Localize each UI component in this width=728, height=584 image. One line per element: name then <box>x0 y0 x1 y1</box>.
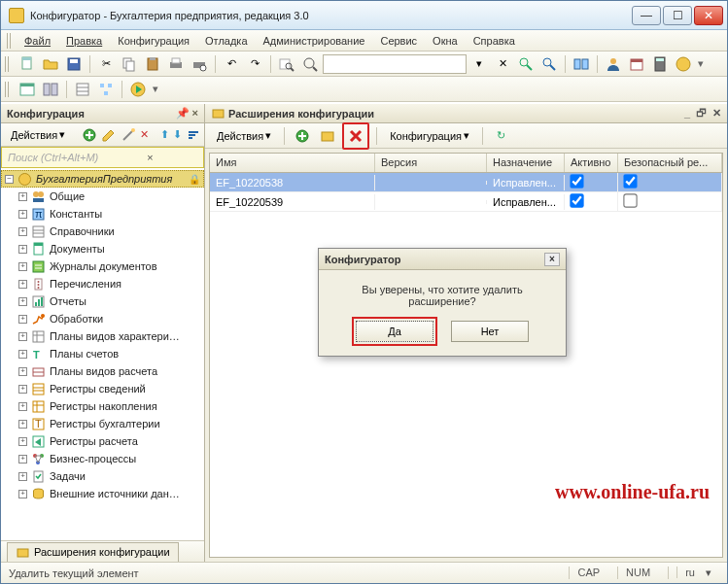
down-icon[interactable]: ⬇ <box>172 124 183 146</box>
tree-item[interactable]: +Общие <box>1 188 204 205</box>
add-icon[interactable] <box>292 125 313 147</box>
col-safe[interactable]: Безопасный ре... <box>618 154 722 172</box>
close-button[interactable]: ✕ <box>694 6 723 25</box>
expand-icon[interactable]: + <box>18 402 27 411</box>
cell-safe[interactable] <box>618 192 722 211</box>
add-icon[interactable] <box>81 124 98 146</box>
delete-icon[interactable]: ✕ <box>139 124 150 146</box>
run-icon[interactable] <box>127 79 149 100</box>
menu-edit[interactable]: Правка <box>58 33 110 49</box>
tree-icon[interactable] <box>95 79 117 100</box>
find-icon[interactable] <box>276 53 297 75</box>
minimize-icon[interactable]: _ <box>684 107 690 120</box>
col-purpose[interactable]: Назначение <box>487 154 565 172</box>
panel-icon[interactable] <box>17 79 38 100</box>
close-icon[interactable]: ✕ <box>712 107 721 120</box>
tree-item[interactable]: +πКонстанты <box>1 205 204 223</box>
col-version[interactable]: Версия <box>375 154 487 172</box>
expand-icon[interactable]: + <box>18 385 27 394</box>
tree-item[interactable]: +Документы <box>1 240 204 258</box>
config-menu[interactable]: Конфигурация ▾ <box>384 127 475 144</box>
menu-file[interactable]: Файл <box>17 33 58 49</box>
tree-item[interactable]: +Планы видов характери… <box>1 327 204 345</box>
expand-icon[interactable]: + <box>18 437 27 446</box>
expand-icon[interactable]: + <box>18 472 27 481</box>
redo-icon[interactable]: ↷ <box>244 53 265 75</box>
sort-icon[interactable] <box>185 124 202 146</box>
expand-icon[interactable]: + <box>18 490 27 498</box>
collapse-icon[interactable]: − <box>5 175 14 184</box>
expand-icon[interactable]: + <box>18 210 27 219</box>
calculator-icon[interactable] <box>649 53 671 75</box>
col-name[interactable]: Имя <box>210 154 375 172</box>
cut-icon[interactable]: ✂ <box>95 53 117 75</box>
expand-icon[interactable]: + <box>18 332 27 341</box>
tree-item[interactable]: +Задачи <box>1 467 204 485</box>
search-input[interactable] <box>323 54 467 74</box>
menu-service[interactable]: Сервис <box>372 33 425 49</box>
tree-root[interactable]: − БухгалтерияПредприятия 🔒 <box>1 170 204 188</box>
dropdown-icon[interactable]: ▾ <box>696 57 706 70</box>
tree-item[interactable]: +Бизнес-процессы <box>1 450 204 467</box>
compare-icon[interactable] <box>571 53 592 75</box>
find-prev-icon[interactable] <box>538 53 560 75</box>
menu-admin[interactable]: Администрирование <box>256 33 373 49</box>
user-icon[interactable] <box>603 53 624 75</box>
layout-icon[interactable] <box>40 79 61 100</box>
menu-configuration[interactable]: Конфигурация <box>110 33 197 49</box>
no-button[interactable]: Нет <box>451 321 529 342</box>
paste-icon[interactable] <box>142 53 163 75</box>
close-icon[interactable]: × <box>544 253 560 266</box>
refresh-icon[interactable]: ↻ <box>490 125 511 147</box>
open-icon[interactable] <box>40 53 61 75</box>
print-preview-icon[interactable] <box>189 53 210 75</box>
cell-active[interactable] <box>565 173 618 191</box>
pin-icon[interactable]: 📌 × <box>176 107 198 120</box>
cell-active[interactable] <box>565 192 618 211</box>
undo-icon[interactable]: ↶ <box>221 53 242 75</box>
copy-icon[interactable] <box>119 53 140 75</box>
tab-extensions[interactable]: Расширения конфигурации <box>7 542 179 562</box>
clear-search-icon[interactable]: ✕ <box>492 53 513 75</box>
tree-item[interactable]: +Обработки <box>1 310 204 327</box>
expand-icon[interactable]: + <box>18 262 27 271</box>
help-icon[interactable] <box>673 53 694 75</box>
dropdown-icon[interactable]: ▾ <box>151 83 160 95</box>
expand-icon[interactable]: + <box>18 350 27 359</box>
print-icon[interactable] <box>165 53 187 75</box>
expand-icon[interactable]: + <box>18 280 27 289</box>
col-active[interactable]: Активно <box>565 154 618 172</box>
tree-item[interactable]: +Справочники <box>1 223 204 240</box>
actions-menu[interactable]: Действия ▾ <box>211 127 277 144</box>
expand-icon[interactable]: + <box>18 315 27 324</box>
tree-search-input[interactable]: Поиск (Ctrl+Alt+M) × <box>1 147 204 168</box>
clear-icon[interactable]: × <box>103 150 198 165</box>
expand-icon[interactable]: + <box>18 420 27 429</box>
expand-icon[interactable]: + <box>18 245 27 254</box>
expand-icon[interactable]: + <box>18 192 27 201</box>
tree-item[interactable]: +Отчеты <box>1 292 204 310</box>
tree-item[interactable]: +ТПланы счетов <box>1 345 204 362</box>
tree-item[interactable]: +Планы видов расчета <box>1 362 204 380</box>
delete-icon[interactable] <box>345 125 366 147</box>
open-extension-icon[interactable] <box>317 125 338 147</box>
config-tree[interactable]: − БухгалтерияПредприятия 🔒 +Общие+πКонст… <box>1 168 204 540</box>
expand-icon[interactable]: + <box>18 227 27 236</box>
table-row[interactable]: EF_10220539Исправлен... <box>210 192 722 212</box>
wand-icon[interactable] <box>120 124 137 146</box>
yes-button[interactable]: Да <box>356 321 433 342</box>
expand-icon[interactable]: + <box>18 367 27 376</box>
actions-menu[interactable]: Действия ▾ <box>5 126 71 143</box>
menu-debug[interactable]: Отладка <box>197 33 255 49</box>
expand-icon[interactable]: + <box>18 455 27 464</box>
tree-item[interactable]: +Регистры накопления <box>1 397 204 415</box>
cell-safe[interactable] <box>618 173 722 191</box>
tree-item[interactable]: +Журналы документов <box>1 258 204 275</box>
tree-item[interactable]: +ТРегистры бухгалтерии <box>1 415 204 432</box>
expand-icon[interactable]: + <box>18 297 27 306</box>
zoom-icon[interactable] <box>299 53 321 75</box>
table-row[interactable]: EF_10220538Исправлен... <box>210 173 722 192</box>
search-dropdown-icon[interactable]: ▾ <box>468 53 490 75</box>
edit-icon[interactable] <box>100 124 118 146</box>
up-icon[interactable]: ⬆ <box>159 124 170 146</box>
